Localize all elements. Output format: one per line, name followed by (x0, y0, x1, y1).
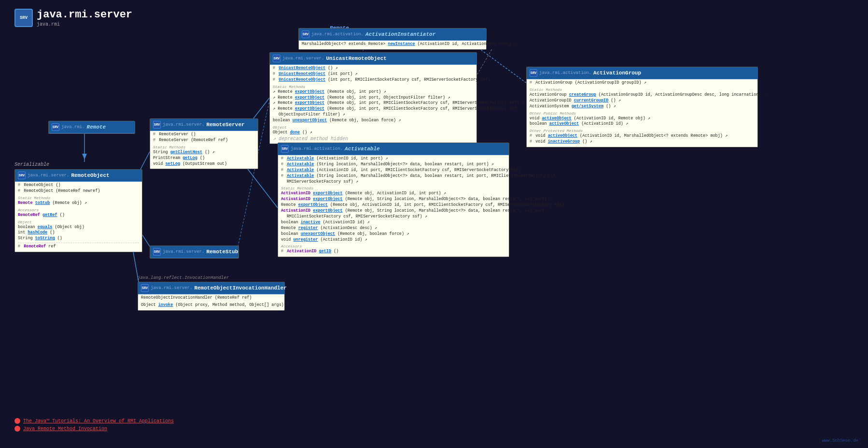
main-canvas: SRV java.rmi.server java.rmi Remote SRV … (0, 0, 868, 448)
class-remoteobject-body: # RemoteObject () # RemoteObject (Remote… (15, 182, 142, 252)
act-export4: ActivationID exportObject (Remote obj, S… (281, 208, 506, 214)
ag-other-protected-label: Other Protected Methods (530, 129, 755, 133)
ro-ctor1: # RemoteObject () (18, 183, 139, 188)
class-ag-pkg: java.rmi.activation. (539, 71, 591, 75)
rs-getlog: PrintStream getLog () (153, 156, 255, 161)
act-export2: ActivationID exportObject (Remote obj, S… (281, 197, 506, 202)
act-export3: Remote exportObject (Remote obj, Activat… (281, 202, 506, 208)
act-static-label: Static Methods (281, 186, 506, 190)
class-unicast: SRV java.rmi.server. UnicastRemoteObject… (269, 52, 477, 144)
class-activation-instantiator: SRV java.rmi.activation. ActivationInsta… (298, 28, 487, 50)
uro-static-label: Static Methods (273, 85, 474, 89)
class-activatable-body: # Activatable (ActivationID id, int port… (278, 155, 509, 257)
class-unicast-name: UnicastRemoteObject (326, 56, 386, 61)
class-remoteobject-pkg: java.rmi.server. (28, 173, 69, 178)
class-roih-pkg: java.rmi.server. (151, 286, 192, 290)
class-remote: SRV java.rmi. Remote (48, 121, 135, 134)
class-roih: SRV java.rmi.server. RemoteObjectInvocat… (138, 282, 285, 311)
class-remoteserver: SRV java.rmi.server. RemoteServer # Remo… (150, 118, 258, 169)
class-activationgroup: SRV java.rmi.activation. ActivationGroup… (526, 67, 758, 147)
ag-creategroup: ActivationGroup createGroup (ActivationG… (530, 92, 755, 98)
class-ag-name: ActivationGroup (593, 70, 641, 76)
ag-activeobject3: # void activeObject (ActivationID id, Ma… (530, 133, 755, 139)
ro-equals: boolean equals (Object obj) (18, 225, 139, 231)
class-remote-name: Remote (87, 124, 106, 130)
rs-getclienthost: String getClientHost () ↗ (153, 150, 255, 156)
class-remoteobject-icon: SRV (18, 172, 26, 179)
uro-export4b: ObjectInputFilter filter) ↗ (273, 112, 474, 118)
ro-object-label: Object (18, 220, 139, 224)
class-remotestub-pkg: java.rmi.server. (163, 249, 204, 254)
uro-ctor2: # UnicastRemoteObject (int port) ↗ (273, 72, 474, 77)
act-register: Remote register (ActivationDesc desc) ↗ (281, 226, 506, 231)
class-activatable: SRV java.rmi.activation. Activatable # A… (278, 143, 509, 257)
footer-link-1[interactable]: The Java™ Tutorials: An Overview of RMI … (14, 418, 174, 424)
ag-inactivegroup: # void inactiveGroup () ↗ (530, 139, 755, 145)
class-unicast-pkg: java.rmi.server. (282, 56, 324, 61)
ro-tostub: Remote toStub (Remote obj) ↗ (18, 201, 139, 206)
class-remotestub-name: RemoteStub (206, 249, 238, 255)
footer-link-2-icon (14, 426, 20, 432)
ro-hashcode: int hashCode () (18, 230, 139, 236)
footer-link-2-text[interactable]: Java Remote Method Invocation (23, 426, 107, 432)
class-ai-header: SRV java.rmi.activation. ActivationInsta… (299, 29, 486, 41)
uro-export3: ↗ Remote exportObject (Remote obj, int p… (273, 101, 474, 106)
footer-links: The Java™ Tutorials: An Overview of RMI … (14, 418, 174, 434)
ro-getref: RemoteRef getRef () (18, 213, 139, 218)
class-ag-body: # ActivationGroup (ActivationGroupID gro… (527, 79, 757, 147)
class-ai-pkg: java.rmi.activation. (311, 32, 364, 37)
class-remoteserver-body: # RemoteServer () # RemoteServer (Remote… (150, 131, 258, 169)
class-remote-icon: SRV (52, 123, 59, 131)
serializable-label: Serializable (14, 162, 49, 167)
class-remoteserver-name: RemoteServer (206, 122, 244, 128)
class-remoteobject: SRV java.rmi.server. RemoteObject # Remo… (14, 169, 142, 252)
act-ctor1: # Activatable (ActivationID id, int port… (281, 156, 506, 162)
rs-ctor1: # RemoteServer () (153, 132, 255, 138)
ro-static-label: Static Methods (18, 196, 139, 200)
ag-activeobject1: void activeObject (ActivationID id, Remo… (530, 116, 755, 122)
ag-static-label: Static Methods (530, 87, 755, 92)
ai-newinstance: MarshalledObject<? extends Remote> newIn… (302, 42, 483, 47)
invocation-handler-label: java.lang.reflect.InvocationHandler (138, 275, 229, 280)
watermark: www.SchSeon.de (822, 438, 858, 443)
ag-other-public-label: Other Public Methods (530, 111, 755, 116)
footer-link-1-text[interactable]: The Java™ Tutorials: An Overview of RMI … (23, 419, 174, 424)
ro-ctor2: # RemoteObject (RemoteRef newref) (18, 188, 139, 194)
class-remoteobject-header: SRV java.rmi.server. RemoteObject (15, 170, 142, 182)
act-export4b: RMIClientSocketFactory csf, RMIServerSoc… (281, 214, 506, 220)
rs-setlog: void setLog (OutputStream out) (153, 161, 255, 167)
class-ai-name: ActivationInstantiator (365, 31, 435, 37)
ag-getsetsystem: ActivationSystem get/setSystem () ↗ (530, 104, 755, 110)
class-remoteserver-header: SRV java.rmi.server. RemoteServer (150, 119, 258, 131)
ag-currentgroupid: ActivationGroupID currentGroupID () ↗ (530, 98, 755, 104)
act-ctor4: # Activatable (String location, Marshall… (281, 173, 506, 179)
uro-export4: ↗ Remote exportObject (Remote obj, int p… (273, 106, 474, 112)
class-roih-icon: SRV (141, 284, 149, 292)
footer-link-1-icon (14, 418, 20, 424)
uro-ctor1: # UnicastRemoteObject () ↗ (273, 66, 474, 72)
act-getid: # ActivationID getID () (281, 249, 506, 255)
act-export1: ActivationID exportObject (Remote obj, A… (281, 191, 506, 197)
ag-activeobject2: boolean activeObject (ActivationID id) ↗ (530, 121, 755, 127)
class-roih-body: RemoteObjectInvocationHandler (RemoteRef… (138, 294, 284, 310)
package-header: SRV java.rmi.server java.rmi (14, 9, 132, 27)
act-ctor2: # Activatable (String location, Marshall… (281, 162, 506, 168)
svg-line-11 (476, 48, 492, 77)
act-inactive: boolean inactive (ActivationID id) ↗ (281, 220, 506, 226)
class-roih-name: RemoteObjectInvocationHandler (194, 285, 286, 291)
ro-ref-field: # RemoteRef ref (18, 244, 139, 250)
uro-ctor3: # UnicastRemoteObject (int port, RMIClie… (273, 77, 474, 83)
act-unregister: void unregister (ActivationID id) ↗ (281, 237, 506, 243)
act-ctor3: # Activatable (ActivationID id, int port… (281, 168, 506, 173)
uro-deprecated: ↗ deprecated method hidden (273, 136, 474, 142)
ro-divider (18, 243, 139, 243)
package-icon: SRV (14, 9, 33, 27)
rs-static-label: Static Methods (153, 145, 255, 149)
class-remoteserver-icon: SRV (153, 121, 161, 129)
uro-export2: ↗ Remote exportObject (Remote obj, int p… (273, 95, 474, 101)
roih-invoke: Object invoke (Object proxy, Method meth… (141, 303, 281, 308)
class-activatable-pkg: java.rmi.activation. (291, 146, 343, 151)
package-title: java.rmi.server (37, 9, 132, 21)
footer-link-2[interactable]: Java Remote Method Invocation (14, 426, 174, 432)
act-unexport: boolean unexportObject (Remote obj, bool… (281, 231, 506, 237)
